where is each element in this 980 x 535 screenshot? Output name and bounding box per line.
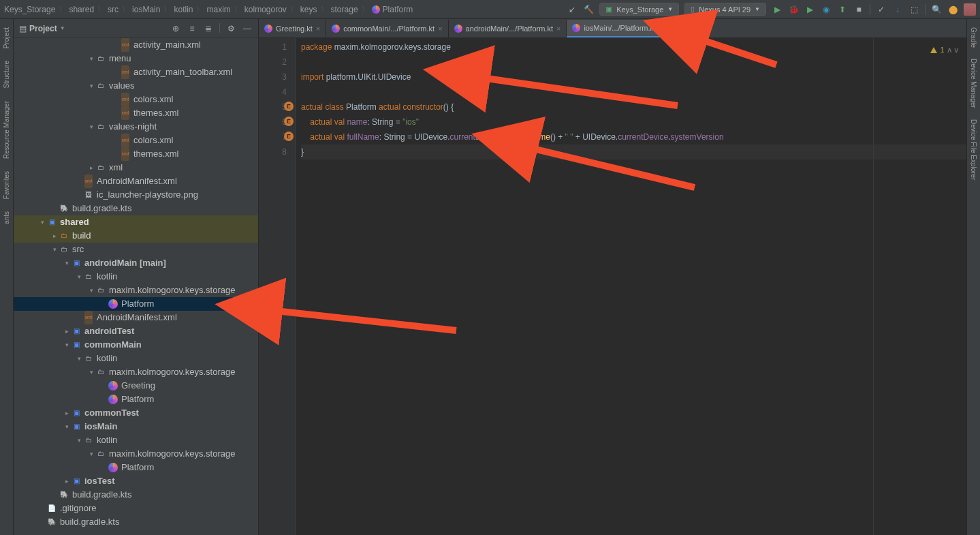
code-area[interactable]: 1 2 3 4 5E 6E 7E 8 package maxim.kolmogo… xyxy=(259,38,966,535)
tree-row[interactable]: xmlAndroidManifest.xml xyxy=(14,311,258,324)
expand-icon[interactable]: ▾ xyxy=(87,52,95,65)
expand-icon[interactable]: ▾ xyxy=(63,338,71,352)
tree-row[interactable]: ▸🗀xml xyxy=(14,161,258,174)
breadcrumb-item[interactable]: maxim xyxy=(206,5,230,14)
collapse-icon[interactable]: ≣ xyxy=(203,23,214,34)
tree-row[interactable]: ▾▣iosMain xyxy=(14,420,258,433)
breadcrumb-item[interactable]: kotlin xyxy=(174,5,193,14)
breadcrumb-item[interactable]: src xyxy=(108,5,118,14)
tree-row[interactable]: 🐘build.gradle.kts xyxy=(14,202,258,215)
expect-badge-icon[interactable]: E xyxy=(284,117,294,126)
expand-icon[interactable]: ▾ xyxy=(50,243,59,256)
hammer-icon[interactable]: 🔨 xyxy=(583,4,594,15)
device-selector[interactable]: ▯ Nexus 4 API 29 ▼ xyxy=(684,3,766,16)
profiler-icon[interactable]: ◉ xyxy=(821,4,832,15)
tree-row[interactable]: ▾🗀menu xyxy=(14,52,258,65)
inspection-indicator[interactable]: 1 ʌ v xyxy=(930,42,958,57)
update-icon[interactable]: ↓ xyxy=(892,4,903,15)
stop-icon[interactable]: ■ xyxy=(853,4,864,15)
close-icon[interactable]: × xyxy=(659,24,663,32)
tree-row[interactable]: ▸▣androidTest xyxy=(14,324,258,338)
tree-row[interactable]: ▸🗀build xyxy=(14,229,258,243)
expand-icon[interactable]: ▾ xyxy=(75,270,83,284)
expand-icon[interactable]: ▸ xyxy=(50,229,59,243)
run-icon[interactable]: ▶ xyxy=(772,4,783,15)
rail-tab[interactable]: Structure xyxy=(1,55,12,94)
commit-icon[interactable]: ✓ xyxy=(876,4,887,15)
close-icon[interactable]: × xyxy=(316,25,320,33)
attach-icon[interactable]: ⬆ xyxy=(837,4,848,15)
rail-tab[interactable]: Project xyxy=(1,22,12,54)
tree-row[interactable]: ▾▣commonMain xyxy=(14,338,258,352)
tree-row[interactable]: ▾▣shared xyxy=(14,215,258,229)
tree-row[interactable]: xmlcolors.xml xyxy=(14,134,258,147)
expand-icon[interactable]: ▾ xyxy=(38,215,46,229)
tree-row[interactable]: 📄.gitignore xyxy=(14,502,258,515)
breadcrumb-item[interactable]: keys xyxy=(300,5,317,14)
expand-icon[interactable]: ▾ xyxy=(87,365,95,379)
tree-row[interactable]: ▸▣iosTest xyxy=(14,474,258,488)
settings-icon[interactable]: ⬤ xyxy=(947,4,958,15)
tree-row[interactable]: ▾🗀maxim.kolmogorov.keys.storage xyxy=(14,447,258,461)
tree-row[interactable]: ▾🗀values-night xyxy=(14,120,258,134)
tree-row[interactable]: Platform xyxy=(14,297,258,311)
expand-icon[interactable]: ▸ xyxy=(87,161,95,174)
tree-row[interactable]: ▾🗀maxim.kolmogorov.keys.storage xyxy=(14,284,258,297)
tree-row[interactable]: ▾▣androidMain [main] xyxy=(14,256,258,270)
tree-row[interactable]: ▾🗀maxim.kolmogorov.keys.storage xyxy=(14,365,258,379)
tree-row[interactable]: ▾🗀kotlin xyxy=(14,352,258,365)
run-config-selector[interactable]: ▣ Keys_Storage ▼ xyxy=(599,3,679,16)
breadcrumb-item[interactable]: kolmogorov xyxy=(244,5,287,14)
expand-icon[interactable]: ▾ xyxy=(87,284,95,297)
tree-row[interactable]: ▸▣commonTest xyxy=(14,406,258,420)
editor-tab[interactable]: iosMain/.../Platform.kt× xyxy=(567,20,669,37)
expand-icon[interactable]: ≡ xyxy=(187,23,197,34)
rail-tab[interactable]: ants xyxy=(1,206,12,230)
next-icon[interactable]: v xyxy=(955,42,959,57)
expect-badge-icon[interactable]: E xyxy=(284,102,294,111)
tree-row[interactable]: ▾🗀kotlin xyxy=(14,433,258,447)
editor-tab[interactable]: commonMain/.../Platform.kt× xyxy=(326,20,448,37)
rail-tab[interactable]: Device Manager xyxy=(968,53,979,114)
tree-row[interactable]: xmlcolors.xml xyxy=(14,93,258,106)
locate-icon[interactable]: ⊕ xyxy=(170,23,181,34)
close-icon[interactable]: × xyxy=(438,25,442,33)
close-icon[interactable]: × xyxy=(556,25,560,33)
expand-icon[interactable]: ▾ xyxy=(63,420,71,433)
hide-icon[interactable]: — xyxy=(242,23,253,34)
breadcrumb-item[interactable]: Platform xyxy=(372,5,413,14)
expand-icon[interactable]: ▸ xyxy=(63,324,71,338)
tree-row[interactable]: xmlthemes.xml xyxy=(14,147,258,161)
tree-row[interactable]: ▾🗀src xyxy=(14,243,258,256)
project-tree[interactable]: xmlactivity_main.xml▾🗀menuxmlactivity_ma… xyxy=(14,38,258,535)
tree-row[interactable]: 🐘build.gradle.kts xyxy=(14,488,258,502)
sync-icon[interactable]: ↙ xyxy=(567,4,578,15)
tree-row[interactable]: Greeting xyxy=(14,379,258,393)
tree-row[interactable]: xmlAndroidManifest.xml xyxy=(14,174,258,188)
avatar[interactable] xyxy=(964,3,976,16)
breadcrumb-item[interactable]: shared xyxy=(69,5,94,14)
breadcrumb-item[interactable]: storage xyxy=(331,5,358,14)
tree-row[interactable]: Platform xyxy=(14,461,258,474)
expand-icon[interactable]: ▾ xyxy=(63,256,71,270)
coverage-icon[interactable]: ▶ xyxy=(804,4,815,15)
box-icon[interactable]: ⬚ xyxy=(908,4,919,15)
search-icon[interactable]: 🔍 xyxy=(931,4,942,15)
tree-row[interactable]: Platform xyxy=(14,393,258,406)
expand-icon[interactable]: ▾ xyxy=(87,447,95,461)
tree-row[interactable]: xmlactivity_main.xml xyxy=(14,38,258,52)
tree-row[interactable]: xmlthemes.xml xyxy=(14,106,258,120)
code-content[interactable]: package maxim.kolmogorov.keys.storage im… xyxy=(296,38,966,535)
tree-row[interactable]: 🐘build.gradle.kts xyxy=(14,515,258,529)
prev-icon[interactable]: ʌ xyxy=(947,42,952,57)
editor-tab[interactable]: androidMain/.../Platform.kt× xyxy=(449,20,567,37)
tree-row[interactable]: xmlactivity_main_toolbar.xml xyxy=(14,65,258,79)
expand-icon[interactable]: ▾ xyxy=(87,120,95,134)
rail-tab[interactable]: Favorites xyxy=(1,166,12,204)
breadcrumb-item[interactable]: Keys_Storage xyxy=(4,5,55,14)
expect-badge-icon[interactable]: E xyxy=(284,132,294,141)
expand-icon[interactable]: ▾ xyxy=(75,433,83,447)
expand-icon[interactable]: ▾ xyxy=(75,352,83,365)
rail-tab[interactable]: Gradle xyxy=(968,22,979,53)
rail-tab[interactable]: Resource Manager xyxy=(1,95,12,164)
